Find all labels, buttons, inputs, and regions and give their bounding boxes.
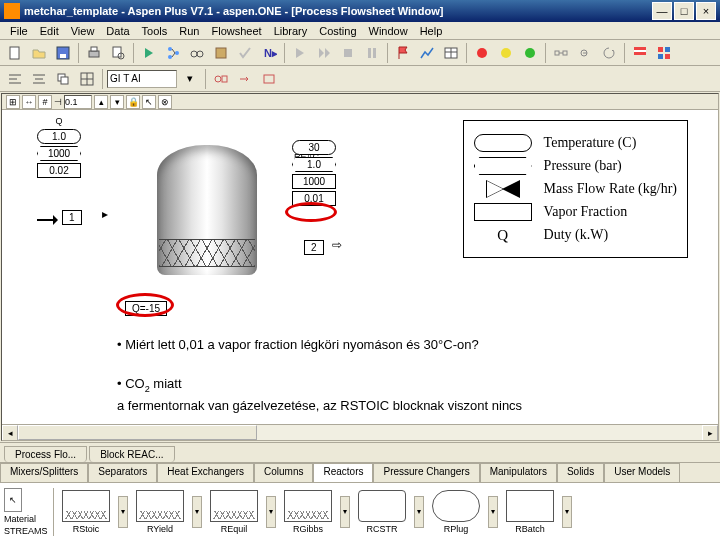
menu-data[interactable]: Data (100, 24, 135, 38)
menu-flowsheet[interactable]: Flowsheet (205, 24, 267, 38)
link-button[interactable] (574, 42, 596, 64)
ruler-pointer[interactable]: ↖ (142, 95, 156, 109)
new-button[interactable] (4, 42, 26, 64)
glasses-button[interactable] (186, 42, 208, 64)
tab-block-reac[interactable]: Block REAC... (89, 446, 174, 462)
model-dropdown[interactable]: ▾ (266, 496, 276, 528)
scroll-thumb[interactable] (18, 425, 257, 440)
model-rstoic[interactable]: RStoic (58, 490, 114, 534)
menu-costing[interactable]: Costing (313, 24, 362, 38)
ruler-value[interactable] (64, 95, 92, 109)
stream-icon-button[interactable] (234, 68, 256, 90)
align-left-button[interactable] (4, 68, 26, 90)
model-dropdown[interactable]: ▾ (118, 496, 128, 528)
pause-button[interactable] (361, 42, 383, 64)
scroll-left-button[interactable]: ◂ (2, 425, 18, 441)
menu-help[interactable]: Help (414, 24, 449, 38)
separator (284, 43, 285, 63)
menu-view[interactable]: View (65, 24, 101, 38)
menu-window[interactable]: Window (363, 24, 414, 38)
maximize-button[interactable]: □ (674, 2, 694, 20)
grid-button[interactable] (76, 68, 98, 90)
output-stream-block[interactable]: 30 1.0 1000 0.01 (292, 140, 336, 208)
reactor-block[interactable] (157, 145, 277, 290)
book-button[interactable] (210, 42, 232, 64)
menu-run[interactable]: Run (173, 24, 205, 38)
tab-solids[interactable]: Solids (557, 463, 604, 482)
svg-rect-16 (373, 48, 376, 58)
n-button[interactable]: N▸ (258, 42, 280, 64)
ruler-lock[interactable]: 🔒 (126, 95, 140, 109)
svg-point-22 (525, 48, 535, 58)
flowsheet-icon-button[interactable] (210, 68, 232, 90)
model-dropdown[interactable]: ▾ (414, 496, 424, 528)
ruler-toggle[interactable]: ⊞ (6, 95, 20, 109)
ruler-up[interactable]: ▴ (94, 95, 108, 109)
tab-columns[interactable]: Columns (254, 463, 313, 482)
model-rgibbs[interactable]: RGibbs (280, 490, 336, 534)
overlay-button[interactable] (52, 68, 74, 90)
q2-tail: miatt (150, 376, 182, 391)
model-dropdown[interactable]: ▾ (192, 496, 202, 528)
input-stream-id: 1 (62, 210, 82, 225)
minimize-button[interactable]: — (652, 2, 672, 20)
save-button[interactable] (52, 42, 74, 64)
run-start-button[interactable] (289, 42, 311, 64)
ruler-dn[interactable]: ▾ (110, 95, 124, 109)
horizontal-scrollbar[interactable]: ◂ ▸ (2, 424, 718, 440)
pointer-tool[interactable]: ↖ (4, 488, 22, 512)
model-dropdown[interactable]: ▾ (340, 496, 350, 528)
print-preview-button[interactable] (107, 42, 129, 64)
connector-button[interactable] (550, 42, 572, 64)
flowsheet-content[interactable]: Q 1.0 1000 0.02 1 ▸ REAC 30 1.0 1000 0.0… (2, 110, 718, 422)
dropdown-button[interactable]: ▾ (179, 68, 201, 90)
yellow-dot-button[interactable] (495, 42, 517, 64)
refresh-button[interactable] (598, 42, 620, 64)
check-button[interactable] (234, 42, 256, 64)
align-center-button[interactable] (28, 68, 50, 90)
run-step-button[interactable] (313, 42, 335, 64)
tab-reactors[interactable]: Reactors (313, 463, 373, 482)
model-ryield[interactable]: RYield (132, 490, 188, 534)
model-rplug[interactable]: RPlug (428, 490, 484, 534)
close-button[interactable]: × (696, 2, 716, 20)
tab-pressure[interactable]: Pressure Changers (373, 463, 479, 482)
menu-tools[interactable]: Tools (136, 24, 174, 38)
output-stream-id: 2 (304, 240, 324, 255)
ruler-h[interactable]: ↔ (22, 95, 36, 109)
run-stop-button[interactable] (337, 42, 359, 64)
tab-heatex[interactable]: Heat Exchangers (157, 463, 254, 482)
model-requil[interactable]: REquil (206, 490, 262, 534)
model-dropdown[interactable]: ▾ (562, 496, 572, 528)
toolbar-combo[interactable] (107, 70, 177, 88)
stream-name-label: Q (37, 115, 81, 127)
scroll-track[interactable] (18, 425, 702, 440)
input-stream-block[interactable]: Q 1.0 1000 0.02 (37, 115, 81, 180)
model-dropdown[interactable]: ▾ (488, 496, 498, 528)
tab-mixers[interactable]: Mixers/Splitters (0, 463, 88, 482)
menu-library[interactable]: Library (268, 24, 314, 38)
menu-edit[interactable]: Edit (34, 24, 65, 38)
tab-usermodels[interactable]: User Models (604, 463, 680, 482)
menu-file[interactable]: File (4, 24, 34, 38)
model-rbatch[interactable]: RBatch (502, 490, 558, 534)
open-button[interactable] (28, 42, 50, 64)
print-button[interactable] (83, 42, 105, 64)
tab-process-flowsheet[interactable]: Process Flo... (4, 446, 87, 462)
ruler-x[interactable]: ⊗ (158, 95, 172, 109)
model-rcstr[interactable]: RCSTR (354, 490, 410, 534)
ruler-grid[interactable]: # (38, 95, 52, 109)
misc-button[interactable] (653, 42, 675, 64)
table-button[interactable] (440, 42, 462, 64)
red-dot-button[interactable] (471, 42, 493, 64)
tree-button[interactable] (162, 42, 184, 64)
tab-separators[interactable]: Separators (88, 463, 157, 482)
chart-button[interactable] (416, 42, 438, 64)
block-icon-button[interactable] (258, 68, 280, 90)
tab-manipulators[interactable]: Manipulators (480, 463, 557, 482)
flag-button[interactable] (392, 42, 414, 64)
next-button[interactable] (138, 42, 160, 64)
green-dot-button[interactable] (519, 42, 541, 64)
flag2-button[interactable] (629, 42, 651, 64)
scroll-right-button[interactable]: ▸ (702, 425, 718, 441)
